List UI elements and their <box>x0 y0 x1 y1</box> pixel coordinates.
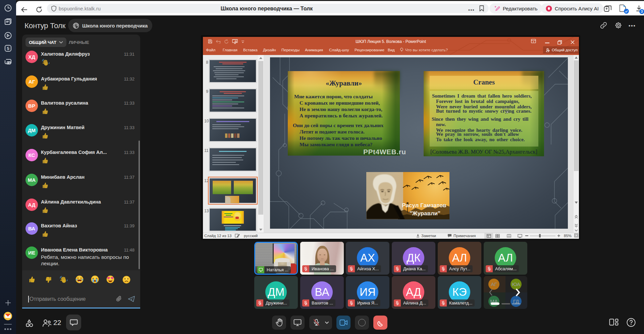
svg-text:5: 5 <box>7 46 9 51</box>
